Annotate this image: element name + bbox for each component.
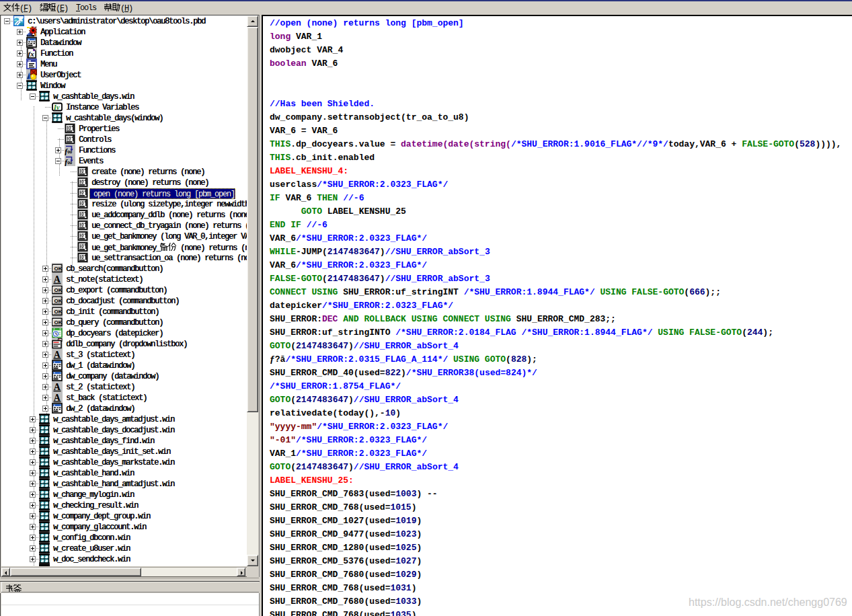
svg-text:∞: ∞ bbox=[67, 159, 72, 166]
svg-text:OK: OK bbox=[54, 266, 63, 272]
svg-text:OK: OK bbox=[54, 298, 63, 304]
svg-text:OK: OK bbox=[54, 309, 63, 315]
svg-text:∞: ∞ bbox=[67, 148, 72, 155]
svg-text:Iv: Iv bbox=[53, 104, 60, 111]
svg-text:fx: fx bbox=[28, 50, 35, 58]
svg-text:A: A bbox=[54, 274, 61, 284]
svg-text:A: A bbox=[54, 350, 61, 360]
svg-text:A: A bbox=[54, 393, 61, 403]
svg-text:OK: OK bbox=[54, 319, 63, 325]
svg-text:OK: OK bbox=[54, 287, 63, 293]
svg-text:A: A bbox=[54, 382, 61, 392]
